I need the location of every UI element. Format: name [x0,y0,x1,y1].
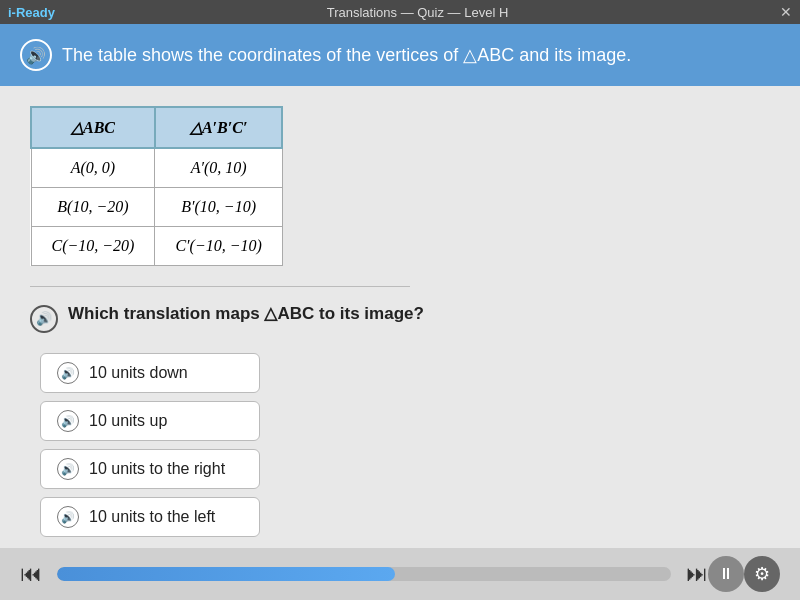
table-cell-prime: C′(−10, −10) [155,227,282,266]
option-speaker-icon-4[interactable]: 🔊 [57,506,79,528]
table-cell-prime: B′(10, −10) [155,188,282,227]
next-button[interactable]: ⏭ [686,561,708,587]
coordinate-table: △ABC △A′B′C′ A(0, 0)A′(0, 10)B(10, −20)B… [30,106,283,266]
table-body: A(0, 0)A′(0, 10)B(10, −20)B′(10, −10)C(−… [31,148,282,266]
table-cell-abc: B(10, −20) [31,188,155,227]
option-speaker-icon-1[interactable]: 🔊 [57,362,79,384]
option-label-4: 10 units to the left [89,508,215,526]
option-label-1: 10 units down [89,364,188,382]
divider [30,286,410,287]
table-cell-prime: A′(0, 10) [155,148,282,188]
table-row: B(10, −20)B′(10, −10) [31,188,282,227]
close-button[interactable]: ✕ [780,4,792,20]
question-text: Which translation maps △ABC to its image… [68,303,424,324]
table-row: C(−10, −20)C′(−10, −10) [31,227,282,266]
progress-bar-container [57,567,671,581]
settings-button[interactable]: ⚙ [744,556,780,592]
option-button-1[interactable]: 🔊10 units down [40,353,260,393]
table-cell-abc: C(−10, −20) [31,227,155,266]
option-button-3[interactable]: 🔊10 units to the right [40,449,260,489]
table-header-abc: △ABC [31,107,155,148]
option-speaker-icon-3[interactable]: 🔊 [57,458,79,480]
header-speaker-icon[interactable]: 🔊 [20,39,52,71]
question-area: 🔊 Which translation maps △ABC to its ima… [30,303,770,333]
option-label-3: 10 units to the right [89,460,225,478]
question-speaker-icon[interactable]: 🔊 [30,305,58,333]
bottom-bar: ⏮ ⏭ ⏸ ⚙ [0,548,800,600]
app-name: i-Ready [8,5,55,20]
progress-track [57,567,671,581]
title-bar: i-Ready Translations — Quiz — Level H ✕ [0,0,800,24]
header: 🔊 The table shows the coordinates of the… [0,24,800,86]
table-row: A(0, 0)A′(0, 10) [31,148,282,188]
table-header-abc-prime: △A′B′C′ [155,107,282,148]
pause-button[interactable]: ⏸ [708,556,744,592]
prev-button[interactable]: ⏮ [20,561,42,587]
header-text: The table shows the coordinates of the v… [62,44,631,66]
main-content: △ABC △A′B′C′ A(0, 0)A′(0, 10)B(10, −20)B… [0,86,800,566]
option-label-2: 10 units up [89,412,167,430]
progress-fill [57,567,395,581]
option-button-2[interactable]: 🔊10 units up [40,401,260,441]
window-title: Translations — Quiz — Level H [55,5,780,20]
option-button-4[interactable]: 🔊10 units to the left [40,497,260,537]
options-list: 🔊10 units down🔊10 units up🔊10 units to t… [40,353,770,537]
option-speaker-icon-2[interactable]: 🔊 [57,410,79,432]
table-cell-abc: A(0, 0) [31,148,155,188]
